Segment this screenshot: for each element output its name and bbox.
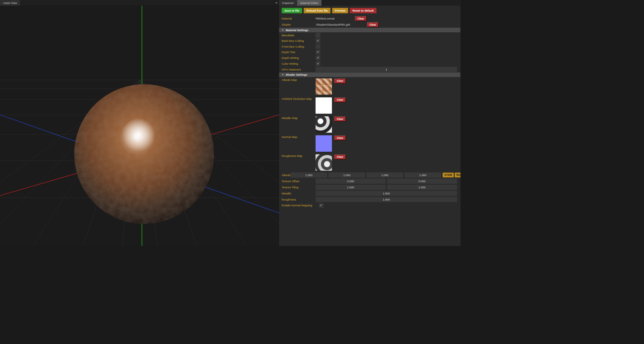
albedo-y[interactable]: [329, 172, 365, 178]
left-tabbar: Asset View ×: [0, 0, 279, 6]
metallic-map-clear-button[interactable]: Clear: [334, 116, 346, 121]
material-clear-button[interactable]: Clear: [355, 16, 367, 21]
roughness-map-clear-button[interactable]: Clear: [334, 154, 346, 160]
viewport-3d[interactable]: [0, 6, 279, 246]
depthwriting-row: Depth Writing ✔: [279, 55, 460, 61]
tex-tiling-x[interactable]: [316, 185, 386, 190]
metallic-input[interactable]: [316, 191, 457, 196]
material-settings-title: Material Settings: [286, 28, 308, 32]
depthwriting-label: Depth Writing: [282, 56, 316, 60]
colorwriting-checkbox[interactable]: ✔: [316, 61, 321, 66]
metallic-label: Metallic: [282, 192, 316, 195]
tex-tiling-y[interactable]: [387, 185, 457, 190]
tex-tiling-inputs: [316, 185, 458, 190]
tex-offset-x[interactable]: [316, 179, 386, 184]
right-panel: Inspector Material Editor Save to file R…: [279, 0, 460, 246]
gpu-instances-row: GPU Instances: [279, 66, 460, 72]
depthtest-row: Depth Test ✔: [279, 49, 460, 55]
tex-offset-inputs: [316, 179, 458, 184]
normal-mapping-row: Enable Normal Mapping ✔: [279, 203, 460, 208]
shader-row: Shader :Shaders\StandardPBR.glsl Clear: [279, 22, 460, 28]
normal-map-label: Normal Map: [282, 135, 316, 139]
metallic-row: Metallic: [279, 190, 460, 196]
roughness-map-swatch[interactable]: [316, 154, 332, 171]
shader-label: Shader: [282, 23, 316, 26]
collapse-icon: ▼: [282, 29, 284, 31]
blendable-label: Blendable: [282, 34, 316, 37]
colorwriting-label: Color Writing: [282, 62, 316, 65]
shader-clear-button[interactable]: Clear: [367, 22, 379, 27]
albedo-w[interactable]: [405, 172, 441, 178]
tex-offset-y[interactable]: [387, 179, 457, 184]
frontface-label: Front-face Culling: [282, 45, 316, 48]
metallic-map-label: Metallic Map: [282, 116, 316, 120]
material-row: Material PBRtest.ovmat Clear: [279, 16, 460, 22]
roughness-row: Roughness: [279, 197, 460, 203]
app-root: Asset View ×: [0, 0, 460, 246]
ao-map-swatch[interactable]: [316, 97, 332, 114]
albedo-row: Albedo XYZW RGBA: [279, 172, 460, 178]
reset-button[interactable]: Reset to default: [350, 8, 377, 13]
blendable-checkbox[interactable]: [316, 33, 321, 38]
save-button[interactable]: Save to file: [282, 8, 302, 13]
albedo-z[interactable]: [367, 172, 403, 178]
ao-map-label: Ambient Occlusion Map: [282, 97, 316, 101]
tex-offset-row: Texture Offset: [279, 178, 460, 184]
frontface-checkbox[interactable]: [316, 44, 321, 49]
roughness-input[interactable]: [316, 197, 457, 202]
right-tabbar: Inspector Material Editor: [279, 0, 460, 6]
colorwriting-row: Color Writing ✔: [279, 61, 460, 67]
ao-map-row: Ambient Occlusion Map Clear: [279, 96, 460, 115]
tab-asset-view[interactable]: Asset View: [0, 0, 20, 6]
gpu-instances-input[interactable]: [316, 67, 457, 72]
viewport-svg: [0, 6, 279, 246]
ao-map-clear-button[interactable]: Clear: [334, 97, 346, 103]
gpu-instances-label: GPU Instances: [282, 68, 316, 71]
material-value: PBRtest.ovmat: [316, 17, 353, 20]
tab-inspector[interactable]: Inspector: [279, 0, 297, 6]
frontface-row: Front-face Culling: [279, 44, 460, 49]
asset-view-panel: Asset View ×: [0, 0, 279, 246]
metallic-map-row: Metallic Map Clear: [279, 115, 460, 134]
normal-mapping-checkbox[interactable]: ✔: [319, 203, 324, 208]
material-settings-header[interactable]: ▼ Material Settings: [279, 28, 460, 32]
albedo-map-clear-button[interactable]: Clear: [334, 78, 346, 84]
roughness-label: Roughness: [282, 198, 316, 201]
normal-mapping-label: Enable Normal Mapping: [282, 204, 319, 207]
shader-value: :Shaders\StandardPBR.glsl: [316, 23, 365, 26]
reload-button[interactable]: Reload from file: [304, 8, 330, 13]
rgba-badge[interactable]: RGBA: [455, 173, 460, 178]
material-editor-toolbar: Save to file Reload from file Preview Re…: [279, 6, 460, 16]
normal-map-clear-button[interactable]: Clear: [334, 135, 346, 140]
depthwriting-checkbox[interactable]: ✔: [316, 56, 321, 60]
albedo-map-swatch[interactable]: [316, 78, 332, 95]
backface-row: Back-face Culling ✔: [279, 38, 460, 44]
normal-map-row: Normal Map Clear: [279, 134, 460, 153]
shader-settings-title: Shader Settings: [286, 73, 307, 77]
collapse-icon: ▼: [282, 74, 284, 76]
tex-tiling-label: Texture Tiling: [282, 186, 316, 189]
albedo-x[interactable]: [291, 172, 327, 178]
backface-checkbox[interactable]: ✔: [316, 38, 321, 43]
preview-button[interactable]: Preview: [332, 8, 348, 13]
close-icon[interactable]: ×: [275, 0, 278, 6]
tex-tiling-row: Texture Tiling: [279, 184, 460, 190]
depthtest-label: Depth Test: [282, 51, 316, 54]
svg-point-18: [74, 84, 214, 224]
albedo-inputs: [291, 172, 442, 178]
roughness-map-row: Roughness Map Clear: [279, 153, 460, 172]
metallic-map-swatch[interactable]: [316, 116, 332, 133]
depthtest-checkbox[interactable]: ✔: [316, 50, 321, 55]
tex-offset-label: Texture Offset: [282, 179, 316, 183]
xyzw-badge[interactable]: XYZW: [443, 173, 454, 178]
material-label: Material: [282, 17, 316, 20]
roughness-map-label: Roughness Map: [282, 154, 316, 158]
albedo-map-row: Albedo Map Clear: [279, 77, 460, 96]
shader-settings-header[interactable]: ▼ Shader Settings: [279, 72, 460, 77]
tab-material-editor[interactable]: Material Editor: [297, 0, 322, 6]
backface-label: Back-face Culling: [282, 39, 316, 42]
normal-map-swatch[interactable]: [316, 135, 332, 152]
albedo-label: Albedo: [282, 173, 291, 177]
blendable-row: Blendable: [279, 32, 460, 38]
albedo-map-label: Albedo Map: [282, 78, 316, 82]
